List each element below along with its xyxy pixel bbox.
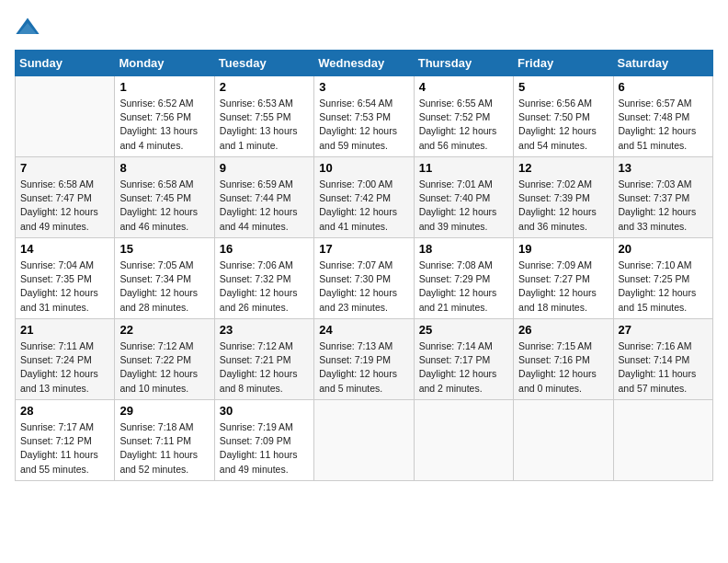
weekday-header-friday: Friday bbox=[514, 51, 613, 76]
cell-info: Sunrise: 7:17 AM Sunset: 7:12 PM Dayligh… bbox=[20, 420, 109, 477]
daylight-text: Daylight: 12 hours and 15 minutes. bbox=[619, 286, 708, 314]
daylight-text: Daylight: 11 hours and 49 minutes. bbox=[220, 448, 309, 476]
sunset-text: Sunset: 7:35 PM bbox=[20, 272, 109, 286]
calendar-cell: 23 Sunrise: 7:12 AM Sunset: 7:21 PM Dayl… bbox=[214, 319, 313, 400]
calendar-cell: 12 Sunrise: 7:02 AM Sunset: 7:39 PM Dayl… bbox=[514, 157, 613, 238]
sunrise-text: Sunrise: 7:02 AM bbox=[518, 178, 608, 191]
calendar-cell: 24 Sunrise: 7:13 AM Sunset: 7:19 PM Dayl… bbox=[314, 319, 414, 400]
cell-info: Sunrise: 7:01 AM Sunset: 7:40 PM Dayligh… bbox=[419, 178, 508, 234]
cell-info: Sunrise: 7:09 AM Sunset: 7:27 PM Dayligh… bbox=[518, 259, 608, 315]
cell-info: Sunrise: 7:19 AM Sunset: 7:09 PM Dayligh… bbox=[220, 420, 309, 477]
day-number: 15 bbox=[119, 242, 209, 256]
sunset-text: Sunset: 7:17 PM bbox=[419, 353, 508, 367]
weekday-header-sunday: Sunday bbox=[16, 51, 115, 76]
sunrise-text: Sunrise: 6:54 AM bbox=[319, 97, 408, 110]
cell-info: Sunrise: 7:12 AM Sunset: 7:22 PM Dayligh… bbox=[119, 339, 209, 396]
sunrise-text: Sunrise: 7:05 AM bbox=[119, 259, 209, 272]
day-number: 16 bbox=[220, 242, 309, 256]
sunset-text: Sunset: 7:30 PM bbox=[319, 272, 408, 286]
calendar-week-3: 14 Sunrise: 7:04 AM Sunset: 7:35 PM Dayl… bbox=[16, 238, 713, 319]
sunset-text: Sunset: 7:27 PM bbox=[518, 272, 608, 286]
calendar-cell: 13 Sunrise: 7:03 AM Sunset: 7:37 PM Dayl… bbox=[613, 157, 712, 238]
cell-info: Sunrise: 6:56 AM Sunset: 7:50 PM Dayligh… bbox=[518, 97, 608, 153]
calendar-table: SundayMondayTuesdayWednesdayThursdayFrid… bbox=[15, 50, 713, 481]
sunset-text: Sunset: 7:12 PM bbox=[20, 434, 109, 448]
calendar-week-5: 28 Sunrise: 7:17 AM Sunset: 7:12 PM Dayl… bbox=[16, 400, 713, 481]
daylight-text: Daylight: 12 hours and 13 minutes. bbox=[20, 367, 109, 395]
sunrise-text: Sunrise: 6:58 AM bbox=[119, 178, 209, 191]
calendar-cell: 5 Sunrise: 6:56 AM Sunset: 7:50 PM Dayli… bbox=[514, 76, 613, 157]
day-number: 20 bbox=[619, 242, 708, 256]
daylight-text: Daylight: 11 hours and 57 minutes. bbox=[619, 367, 708, 395]
cell-info: Sunrise: 7:10 AM Sunset: 7:25 PM Dayligh… bbox=[619, 259, 708, 315]
day-number: 3 bbox=[319, 80, 408, 94]
sunrise-text: Sunrise: 7:06 AM bbox=[220, 259, 309, 272]
daylight-text: Daylight: 12 hours and 31 minutes. bbox=[20, 286, 109, 314]
calendar-cell: 22 Sunrise: 7:12 AM Sunset: 7:22 PM Dayl… bbox=[115, 319, 214, 400]
sunrise-text: Sunrise: 7:10 AM bbox=[619, 259, 708, 272]
cell-info: Sunrise: 6:58 AM Sunset: 7:45 PM Dayligh… bbox=[119, 178, 209, 234]
calendar-cell: 15 Sunrise: 7:05 AM Sunset: 7:34 PM Dayl… bbox=[115, 238, 214, 319]
sunset-text: Sunset: 7:14 PM bbox=[619, 353, 708, 367]
sunrise-text: Sunrise: 7:07 AM bbox=[319, 259, 408, 272]
cell-info: Sunrise: 6:58 AM Sunset: 7:47 PM Dayligh… bbox=[20, 178, 109, 234]
calendar-cell: 6 Sunrise: 6:57 AM Sunset: 7:48 PM Dayli… bbox=[613, 76, 712, 157]
daylight-text: Daylight: 12 hours and 54 minutes. bbox=[518, 124, 608, 152]
cell-info: Sunrise: 6:59 AM Sunset: 7:44 PM Dayligh… bbox=[220, 178, 309, 234]
day-number: 30 bbox=[220, 404, 309, 418]
cell-info: Sunrise: 6:53 AM Sunset: 7:55 PM Dayligh… bbox=[220, 97, 309, 153]
sunrise-text: Sunrise: 7:03 AM bbox=[619, 178, 708, 191]
daylight-text: Daylight: 13 hours and 1 minute. bbox=[220, 124, 309, 152]
daylight-text: Daylight: 12 hours and 8 minutes. bbox=[220, 367, 309, 395]
cell-info: Sunrise: 7:13 AM Sunset: 7:19 PM Dayligh… bbox=[319, 339, 408, 396]
sunrise-text: Sunrise: 6:57 AM bbox=[619, 97, 708, 110]
calendar-cell: 25 Sunrise: 7:14 AM Sunset: 7:17 PM Dayl… bbox=[414, 319, 513, 400]
day-number: 5 bbox=[518, 80, 608, 94]
daylight-text: Daylight: 12 hours and 5 minutes. bbox=[319, 367, 408, 395]
cell-info: Sunrise: 7:04 AM Sunset: 7:35 PM Dayligh… bbox=[20, 259, 109, 315]
calendar-cell: 19 Sunrise: 7:09 AM Sunset: 7:27 PM Dayl… bbox=[514, 238, 613, 319]
sunrise-text: Sunrise: 6:58 AM bbox=[20, 178, 109, 191]
sunset-text: Sunset: 7:22 PM bbox=[119, 353, 209, 367]
sunrise-text: Sunrise: 7:12 AM bbox=[119, 339, 209, 353]
daylight-text: Daylight: 12 hours and 39 minutes. bbox=[419, 205, 508, 233]
calendar-cell: 10 Sunrise: 7:00 AM Sunset: 7:42 PM Dayl… bbox=[314, 157, 414, 238]
day-number: 26 bbox=[518, 323, 608, 337]
logo bbox=[15, 15, 44, 40]
day-number: 21 bbox=[20, 323, 109, 337]
sunset-text: Sunset: 7:24 PM bbox=[20, 353, 109, 367]
sunrise-text: Sunrise: 7:00 AM bbox=[319, 178, 408, 191]
sunset-text: Sunset: 7:32 PM bbox=[220, 272, 309, 286]
sunrise-text: Sunrise: 7:15 AM bbox=[518, 339, 608, 353]
day-number: 12 bbox=[518, 161, 608, 175]
page-header bbox=[15, 15, 713, 40]
calendar-cell: 4 Sunrise: 6:55 AM Sunset: 7:52 PM Dayli… bbox=[414, 76, 513, 157]
cell-info: Sunrise: 7:15 AM Sunset: 7:16 PM Dayligh… bbox=[518, 339, 608, 396]
calendar-cell: 21 Sunrise: 7:11 AM Sunset: 7:24 PM Dayl… bbox=[16, 319, 115, 400]
calendar-cell: 30 Sunrise: 7:19 AM Sunset: 7:09 PM Dayl… bbox=[214, 400, 313, 481]
calendar-cell: 29 Sunrise: 7:18 AM Sunset: 7:11 PM Dayl… bbox=[115, 400, 214, 481]
calendar-cell: 16 Sunrise: 7:06 AM Sunset: 7:32 PM Dayl… bbox=[214, 238, 313, 319]
cell-info: Sunrise: 7:08 AM Sunset: 7:29 PM Dayligh… bbox=[419, 259, 508, 315]
sunrise-text: Sunrise: 7:01 AM bbox=[419, 178, 508, 191]
day-number: 7 bbox=[20, 161, 109, 175]
daylight-text: Daylight: 12 hours and 46 minutes. bbox=[119, 205, 209, 233]
sunset-text: Sunset: 7:42 PM bbox=[319, 191, 408, 205]
cell-info: Sunrise: 7:11 AM Sunset: 7:24 PM Dayligh… bbox=[20, 339, 109, 396]
sunrise-text: Sunrise: 7:11 AM bbox=[20, 339, 109, 353]
calendar-cell bbox=[314, 400, 414, 481]
cell-info: Sunrise: 6:55 AM Sunset: 7:52 PM Dayligh… bbox=[419, 97, 508, 153]
sunset-text: Sunset: 7:34 PM bbox=[119, 272, 209, 286]
sunset-text: Sunset: 7:47 PM bbox=[20, 191, 109, 205]
cell-info: Sunrise: 7:06 AM Sunset: 7:32 PM Dayligh… bbox=[220, 259, 309, 315]
sunrise-text: Sunrise: 7:16 AM bbox=[619, 339, 708, 353]
day-number: 27 bbox=[619, 323, 708, 337]
sunset-text: Sunset: 7:53 PM bbox=[319, 110, 408, 124]
sunset-text: Sunset: 7:19 PM bbox=[319, 353, 408, 367]
sunrise-text: Sunrise: 7:19 AM bbox=[220, 420, 309, 434]
daylight-text: Daylight: 12 hours and 59 minutes. bbox=[319, 124, 408, 152]
sunrise-text: Sunrise: 7:17 AM bbox=[20, 420, 109, 434]
sunset-text: Sunset: 7:29 PM bbox=[419, 272, 508, 286]
weekday-header-tuesday: Tuesday bbox=[214, 51, 313, 76]
cell-info: Sunrise: 7:02 AM Sunset: 7:39 PM Dayligh… bbox=[518, 178, 608, 234]
